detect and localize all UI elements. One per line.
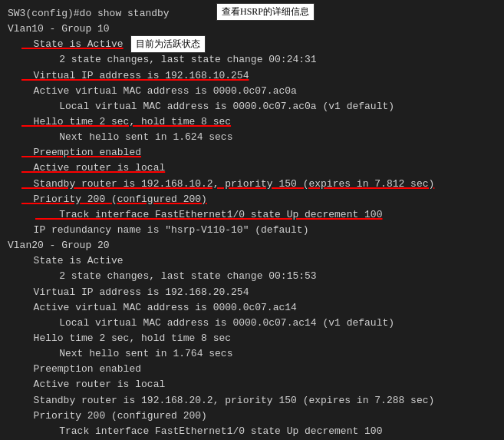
terminal-line: Active router is local [8,377,496,392]
terminal-line: Preemption enabled [8,362,496,377]
terminal-lines: SW3(config)#do show standbyVlan10 - Grou… [8,6,496,440]
terminal-line: Local virtual MAC address is 0000.0c07.a… [8,99,496,114]
terminal-window: 查看HSRP的详细信息 目前为活跃状态 SW3(config)#do show … [0,0,504,440]
terminal-line: IP redundancy name is "hsrp-V110-10" (de… [8,223,496,238]
terminal-line: Priority 200 (configured 200) [8,192,496,207]
terminal-line: Next hello sent in 1.764 secs [8,346,496,362]
terminal-line: Vlan20 - Group 20 [8,238,496,253]
terminal-line: Active virtual MAC address is 0000.0c07.… [8,300,496,316]
terminal-line: Track interface FastEthernet1/0 state Up… [8,424,496,439]
terminal-line: Virtual IP address is 192.168.20.254 [8,285,496,300]
terminal-line: State is Active [8,253,496,269]
terminal-line: 2 state changes, last state change 00:15… [8,269,496,284]
terminal-line: Vlan10 - Group 10 [8,22,496,37]
terminal-line: Track interface FastEthernet1/0 state Up… [8,207,496,223]
terminal-line: Local virtual MAC address is 0000.0c07.a… [8,316,496,331]
annotation-hsrp-detail: 查看HSRP的详细信息 [216,3,315,21]
terminal-line: Hello time 2 sec, hold time 8 sec [8,331,496,346]
terminal-line: 2 state changes, last state change 00:24… [8,52,496,68]
terminal-line: Hello time 2 sec, hold time 8 sec [8,114,496,130]
terminal-line: Active virtual MAC address is 0000.0c07.… [8,84,496,99]
terminal-line: Standby router is 192.168.10.2, priority… [8,177,496,192]
terminal-line: Virtual IP address is 192.168.10.254 [8,68,496,84]
terminal-line: Preemption enabled [8,145,496,160]
terminal-line: Priority 200 (configured 200) [8,409,496,424]
terminal-line: Standby router is 192.168.20.2, priority… [8,393,496,409]
terminal-line: Next hello sent in 1.624 secs [8,130,496,145]
terminal-line: State is Active [8,37,496,52]
annotation-active-state: 目前为活跃状态 [130,35,206,53]
terminal-line: Active router is local [8,160,496,176]
